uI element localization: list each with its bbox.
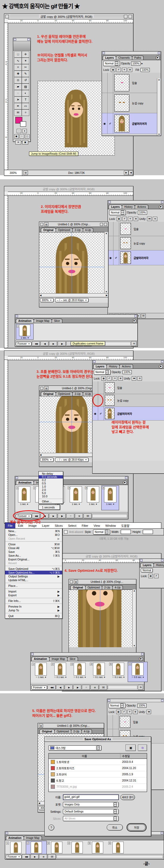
- zoom-box-icon[interactable]: [100, 223, 103, 226]
- tool-type-icon[interactable]: T: [22, 96, 29, 103]
- unify-visibility-icon[interactable]: ⧉: [153, 217, 157, 221]
- frame-1[interactable]: 1 1 sec. ▾: [15, 486, 33, 510]
- menu-item-0.2[interactable]: 0.2: [39, 478, 63, 482]
- canvas[interactable]: [69, 590, 132, 647]
- link-column[interactable]: [108, 73, 113, 93]
- palette-menu-icon[interactable]: ▶: [159, 205, 163, 209]
- status-prev-icon[interactable]: ◀: [128, 170, 133, 175]
- layer-row-blonde-girl[interactable]: ◉ ✐ 금발머리여자: [92, 407, 164, 421]
- tab-original[interactable]: Original: [41, 228, 56, 232]
- menu-item-no-delay[interactable]: No delay: [39, 472, 63, 475]
- lock-transparency-icon[interactable]: ▦: [101, 376, 106, 381]
- collapse-box-icon[interactable]: [104, 223, 107, 226]
- tool-crop-icon[interactable]: ⌗: [14, 64, 22, 71]
- settings-select[interactable]: Default Settings▲▼: [63, 809, 119, 814]
- tab-2up[interactable]: 2-Up: [72, 228, 83, 232]
- frame-6[interactable]: 6 1 sec. ▾: [101, 486, 119, 510]
- close-box-icon[interactable]: [40, 387, 43, 390]
- palette-drag-bar[interactable]: [102, 52, 161, 55]
- menu-item-10.0[interactable]: 10.0: [39, 495, 63, 498]
- menu-help[interactable]: 도움말: [119, 523, 132, 529]
- tab-channels[interactable]: Channels: [116, 56, 132, 60]
- loop-select[interactable]: Forever▼: [16, 342, 32, 346]
- vertical-scrollbar[interactable]: ▲▼: [104, 232, 108, 293]
- menu-filter[interactable]: Filter: [79, 523, 91, 529]
- filename-input[interactable]: gold_girl.gif: [63, 795, 119, 800]
- file-row[interactable]: 1.토마토넷2003.9.4: [49, 759, 147, 765]
- tool-shape-icon[interactable]: ▭: [22, 103, 29, 110]
- palette-menu-icon[interactable]: ▶: [156, 56, 160, 60]
- tab-4up[interactable]: 4-Up: [83, 392, 93, 396]
- blend-mode-select[interactable]: Normal▲▼: [94, 370, 111, 375]
- tab-4up[interactable]: 4-Up: [83, 228, 93, 232]
- blend-mode-select[interactable]: Normal▲▼: [109, 703, 125, 708]
- frame-delay[interactable]: 1 sec. ▾: [72, 503, 80, 505]
- tab-image-map[interactable]: Image Map: [24, 836, 42, 840]
- background-color-swatch[interactable]: [20, 121, 26, 127]
- play-icon[interactable]: ▶: [31, 854, 39, 859]
- layer-row-lips[interactable]: 입술: [107, 715, 164, 729]
- link-column[interactable]: [108, 93, 113, 113]
- file-row[interactable]: 7f783006_m.jpg2005.2.4: [49, 784, 147, 790]
- frames-scrollbar[interactable]: [92, 514, 127, 518]
- step-forward-icon[interactable]: |▶: [58, 514, 66, 518]
- step-forward-icon[interactable]: |▶: [58, 341, 66, 346]
- menu-window[interactable]: Window: [103, 523, 119, 529]
- tab-2up[interactable]: 2-Up: [72, 392, 83, 396]
- tab-optimized[interactable]: Optimized: [56, 392, 73, 396]
- menu-item-preview-in[interactable]: Preview In▶: [5, 604, 62, 609]
- file-row[interactable]: 2.토마토토이즈2004.11.20: [49, 765, 147, 771]
- tab-layers[interactable]: Layers: [103, 56, 116, 60]
- tab-image-map[interactable]: Image Map: [49, 657, 68, 661]
- tab-animation[interactable]: Animation: [6, 836, 24, 840]
- menu-item-new[interactable]: New...⌘N: [5, 529, 62, 533]
- visibility-eye-icon[interactable]: ◉: [102, 113, 108, 134]
- frame-6[interactable]: 6 ⁙ 0.5 sec. ▾: [128, 662, 147, 682]
- tool-dodge-icon[interactable]: ◐: [22, 90, 29, 96]
- tool-blur-icon[interactable]: ◌: [14, 90, 22, 96]
- favorites-folder-icon[interactable]: ⧉: [138, 745, 147, 751]
- tab-2up[interactable]: 2-Up: [71, 729, 82, 734]
- layer-row-lips[interactable]: 입술: [108, 222, 164, 236]
- menu-layer[interactable]: Layer: [39, 523, 52, 529]
- trash-icon[interactable]: ⌧: [141, 314, 146, 318]
- frame-delay[interactable]: ⁙ 0.1 sec. ▾: [73, 676, 86, 679]
- visibility-toggle[interactable]: [102, 73, 108, 93]
- tab-layers[interactable]: Layers: [93, 364, 107, 369]
- tab-layers[interactable]: Layers: [140, 563, 154, 567]
- layer-row-blonde-girl[interactable]: ◉ ✐ 금발머리여자: [102, 113, 161, 134]
- cancel-button[interactable]: 취소: [107, 824, 123, 831]
- save-button[interactable]: 저장: [128, 824, 146, 831]
- tween-icon[interactable]: ⁙: [67, 514, 75, 518]
- close-box-icon[interactable]: [40, 223, 43, 226]
- lock-move-icon[interactable]: ✛: [128, 217, 132, 221]
- tool-healing-brush-icon[interactable]: ✚: [14, 71, 22, 77]
- play-icon[interactable]: ▶: [49, 341, 57, 346]
- quickmask-mode-icon[interactable]: ●: [22, 129, 27, 133]
- visibility-eye-icon[interactable]: ◉: [92, 407, 98, 420]
- jump-to-imageready-icon[interactable]: ▣: [22, 140, 28, 145]
- visibility-eye-icon[interactable]: ◉: [108, 250, 114, 265]
- blend-mode-select[interactable]: Normal▲▼: [109, 210, 126, 215]
- tab-layers[interactable]: Layers: [109, 205, 122, 209]
- opacity-field[interactable]: 100%: [137, 704, 147, 708]
- tab-history[interactable]: History: [107, 364, 120, 369]
- blend-mode-select[interactable]: Normal▲▼: [103, 61, 120, 66]
- palette-menu-icon[interactable]: ▶: [139, 657, 143, 661]
- menu-item-jump-to[interactable]: Jump To▶: [5, 609, 62, 612]
- height-field[interactable]: [143, 530, 153, 534]
- tool-clone-stamp-icon[interactable]: ⊙: [14, 77, 22, 84]
- unify-position-icon[interactable]: ⧓: [132, 376, 136, 381]
- dialog-titlebar[interactable]: Save Optimized As: [45, 737, 151, 742]
- tool-move-icon[interactable]: ✛: [22, 51, 29, 58]
- window-titlebar[interactable]: 금발 copy @ 300% (금발머리여자, RGB): [4, 14, 133, 20]
- tab-actions[interactable]: Actions: [135, 205, 149, 209]
- tool-history-brush-icon[interactable]: ↺: [22, 77, 29, 84]
- unify-visibility-icon[interactable]: ⧉: [137, 376, 142, 381]
- lock-transparency-icon[interactable]: ▦: [111, 68, 115, 72]
- menu-item-place[interactable]: Place...: [5, 584, 62, 588]
- menu-select[interactable]: Select: [65, 523, 79, 529]
- frame-delay[interactable]: 1 sec. ▾: [21, 336, 29, 339]
- column-name[interactable]: 이름: [49, 754, 120, 758]
- tween-icon[interactable]: ⁙: [82, 685, 90, 690]
